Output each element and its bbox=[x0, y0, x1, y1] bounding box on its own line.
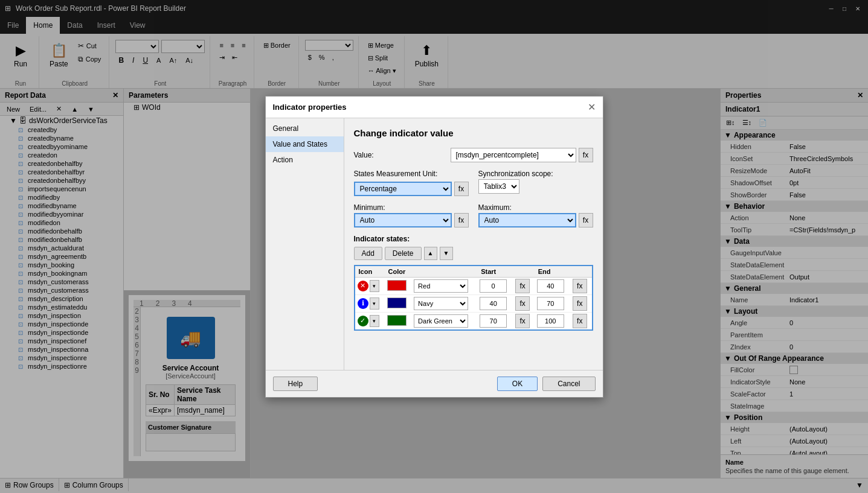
value-expr-btn[interactable]: fx bbox=[579, 148, 593, 162]
minimum-label: Minimum: bbox=[354, 203, 469, 212]
navy-start-input[interactable] bbox=[480, 297, 507, 310]
state-icon-green: ✓ ▾ bbox=[355, 312, 385, 330]
state-end-red bbox=[535, 277, 570, 294]
green-start-expr-btn[interactable]: fx bbox=[515, 314, 530, 328]
minimum-select[interactable]: Auto bbox=[354, 213, 452, 227]
navy-circle-icon: ℹ bbox=[358, 298, 368, 309]
green-icon-dropdown[interactable]: ▾ bbox=[370, 315, 379, 327]
sync-scope-label: Synchronization scope: bbox=[478, 170, 593, 178]
navy-color-preview bbox=[387, 297, 407, 308]
maximum-expr-btn[interactable]: fx bbox=[579, 213, 593, 227]
green-start-input[interactable] bbox=[480, 314, 507, 328]
cancel-btn[interactable]: Cancel bbox=[542, 377, 595, 391]
state-end-expr-green: fx bbox=[570, 312, 593, 330]
indicator-states-section: Indicator states: Add Delete ▲ ▼ Icon Co… bbox=[354, 235, 593, 331]
ok-btn[interactable]: OK bbox=[497, 377, 538, 391]
modal-title: Indicator properties bbox=[273, 103, 347, 112]
minimum-expr-btn[interactable]: fx bbox=[454, 213, 469, 227]
modal-nav: General Value and States Action bbox=[266, 118, 344, 370]
maximum-col: Maximum: Auto fx bbox=[478, 203, 593, 235]
indicator-properties-dialog: Indicator properties ✕ General Value and… bbox=[265, 96, 603, 398]
green-end-expr-btn[interactable]: fx bbox=[573, 314, 587, 328]
value-control-group: [msdyn_percentcomplete] fx bbox=[451, 148, 593, 162]
states-measurement-controls: Percentage fx bbox=[354, 182, 469, 196]
modal-nav-action[interactable]: Action bbox=[266, 152, 344, 168]
green-color-preview bbox=[387, 315, 407, 326]
modal-footer-right: OK Cancel bbox=[497, 377, 596, 391]
maximum-select[interactable]: Auto bbox=[478, 213, 576, 227]
green-color-select[interactable]: Dark Green bbox=[414, 314, 468, 328]
modal-overlay: Indicator properties ✕ General Value and… bbox=[0, 0, 868, 493]
add-state-btn[interactable]: Add bbox=[354, 247, 382, 260]
navy-end-expr-btn[interactable]: fx bbox=[573, 296, 587, 311]
states-table-body: ✕ ▾ Red bbox=[355, 277, 593, 330]
states-toolbar: Add Delete ▲ ▼ bbox=[354, 247, 593, 260]
red-icon-dropdown[interactable]: ▾ bbox=[370, 280, 379, 292]
value-row: Value: [msdyn_percentcomplete] fx bbox=[354, 148, 593, 162]
red-start-expr-btn[interactable]: fx bbox=[515, 279, 530, 293]
modal-nav-value-states[interactable]: Value and States bbox=[266, 136, 344, 152]
states-table: Icon Color Start End bbox=[354, 265, 593, 331]
states-measurement-expr-btn[interactable]: fx bbox=[454, 182, 469, 196]
red-color-preview bbox=[387, 280, 407, 291]
indicator-states-label: Indicator states: bbox=[354, 235, 593, 243]
min-max-row: Minimum: Auto fx Maximum: Auto bbox=[354, 203, 593, 235]
state-end-green bbox=[535, 312, 570, 330]
red-color-select[interactable]: Red bbox=[414, 279, 468, 293]
move-state-up-btn[interactable]: ▲ bbox=[424, 247, 437, 260]
green-end-input[interactable] bbox=[537, 314, 564, 328]
icon-select-red: ✕ ▾ bbox=[358, 280, 382, 292]
col-icon: Icon bbox=[355, 266, 385, 278]
red-end-expr-btn[interactable]: fx bbox=[573, 279, 587, 293]
state-start-red bbox=[477, 277, 513, 294]
state-start-expr-navy: fx bbox=[513, 294, 535, 312]
delete-state-btn[interactable]: Delete bbox=[385, 247, 422, 260]
state-row-navy: ℹ ▾ Navy bbox=[355, 294, 593, 312]
col-color: Color bbox=[385, 266, 478, 278]
value-label: Value: bbox=[354, 151, 451, 159]
state-color-select-navy: Navy bbox=[411, 294, 477, 312]
icon-select-navy: ℹ ▾ bbox=[358, 297, 382, 310]
maximum-label: Maximum: bbox=[478, 203, 593, 212]
red-start-input[interactable] bbox=[480, 279, 507, 293]
icon-select-green: ✓ ▾ bbox=[358, 315, 382, 327]
value-select[interactable]: [msdyn_percentcomplete] bbox=[451, 148, 576, 162]
state-start-expr-red: fx bbox=[513, 277, 535, 294]
red-end-input[interactable] bbox=[537, 279, 564, 293]
modal-body: General Value and States Action Change i… bbox=[266, 118, 603, 370]
modal-section-title: Change indicator value bbox=[354, 128, 593, 138]
modal-footer: Help OK Cancel bbox=[266, 370, 603, 397]
navy-end-input[interactable] bbox=[537, 297, 564, 310]
state-start-expr-green: fx bbox=[513, 312, 535, 330]
modal-main-content: Change indicator value Value: [msdyn_per… bbox=[344, 118, 603, 370]
state-color-swatch-navy bbox=[385, 294, 412, 312]
help-btn[interactable]: Help bbox=[273, 377, 318, 391]
state-row-green: ✓ ▾ Dark Green bbox=[355, 312, 593, 330]
state-icon-navy: ℹ ▾ bbox=[355, 294, 385, 312]
state-row-red: ✕ ▾ Red bbox=[355, 277, 593, 294]
sync-scope-select[interactable]: Tablix3 bbox=[478, 179, 519, 194]
navy-icon-dropdown[interactable]: ▾ bbox=[370, 297, 379, 310]
navy-start-expr-btn[interactable]: fx bbox=[515, 296, 530, 311]
state-icon-red: ✕ ▾ bbox=[355, 277, 385, 294]
navy-color-select[interactable]: Navy bbox=[414, 297, 468, 310]
state-end-expr-red: fx bbox=[570, 277, 593, 294]
minimum-col: Minimum: Auto fx bbox=[354, 203, 469, 235]
minimum-controls: Auto fx bbox=[354, 213, 469, 227]
states-measurement-select[interactable]: Percentage bbox=[354, 182, 452, 196]
state-color-swatch-green bbox=[385, 312, 412, 330]
state-color-select-green: Dark Green bbox=[411, 312, 477, 330]
states-table-header: Icon Color Start End bbox=[355, 266, 593, 278]
green-circle-icon: ✓ bbox=[358, 316, 368, 326]
modal-close-btn[interactable]: ✕ bbox=[588, 101, 596, 113]
state-color-select-red: Red bbox=[411, 277, 477, 294]
states-measurement-label: States Measurement Unit: bbox=[354, 170, 438, 178]
move-state-down-btn[interactable]: ▼ bbox=[440, 247, 453, 260]
sync-scope-controls: Tablix3 bbox=[478, 179, 593, 194]
sync-scope-col: Synchronization scope: Tablix3 bbox=[478, 170, 593, 203]
modal-nav-general[interactable]: General bbox=[266, 121, 344, 136]
red-circle-icon: ✕ bbox=[358, 281, 368, 291]
states-measurement-col: States Measurement Unit: Percentage fx bbox=[354, 170, 469, 203]
col-start-expr bbox=[513, 266, 535, 278]
modal-title-bar: Indicator properties ✕ bbox=[266, 97, 603, 118]
